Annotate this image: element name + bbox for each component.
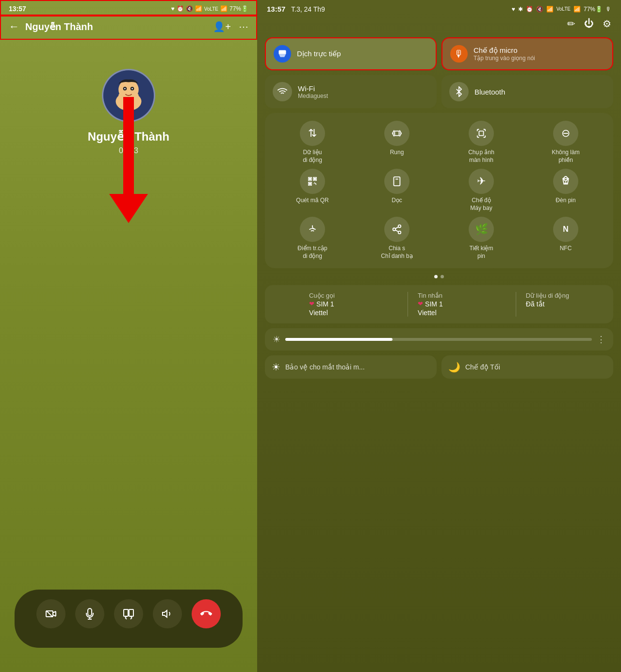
rotation-label: Dọc <box>392 197 402 205</box>
eye-care-tile[interactable]: ☀ Bảo vệ cho mắt thoải m... <box>265 355 437 379</box>
flashlight-label: Đèn pin <box>556 197 575 205</box>
r-signal2-icon: 📶 <box>573 6 581 13</box>
battery-saver-label: Tiết kiệmpin <box>470 245 493 260</box>
right-status-bar: 13:57 T.3, 24 Th9 ♥ ✱ ⏰ 🔇 📶 VoLTE 📶 77%🔋… <box>257 0 621 16</box>
vibrate-label: Rung <box>390 149 404 157</box>
micro-mode-icon: 🎙 <box>450 45 468 63</box>
bluetooth-tile[interactable]: Bluetooth <box>441 75 613 108</box>
volte-icon: VoLTE <box>204 6 218 12</box>
share-icon <box>384 217 409 242</box>
arrow-shaft <box>123 97 134 194</box>
wifi-sublabel: Mediaguest <box>298 93 328 99</box>
r-volte-icon: VoLTE <box>556 6 571 12</box>
brightness-row: ☀ ⋮ <box>265 328 613 351</box>
dnd-label: Không làmphiền <box>552 149 579 164</box>
quick-settings-grid: Dịch trực tiếp 🎙 Chế độ micro Tập trung … <box>257 34 621 382</box>
wifi-icon-qs <box>273 82 292 101</box>
right-time: 13:57 <box>267 5 285 13</box>
svg-rect-20 <box>129 609 133 616</box>
settings-button[interactable]: ⚙ <box>603 18 611 30</box>
svg-rect-35 <box>314 178 316 180</box>
svg-rect-30 <box>479 131 483 135</box>
dark-mode-icon: 🌙 <box>448 361 460 373</box>
svg-point-49 <box>398 225 401 228</box>
svg-line-22 <box>125 618 127 619</box>
r-battery-icon: 77%🔋 <box>584 6 603 13</box>
live-translate-tile[interactable]: Dịch trực tiếp <box>265 37 437 70</box>
speaker-button[interactable] <box>153 599 182 628</box>
brightness-icon: ☀ <box>273 334 280 345</box>
bottom-tiles-row: ☀ Bảo vệ cho mắt thoải m... 🌙 Chế độ Tối <box>265 355 613 379</box>
micro-mode-sublabel: Tập trung vào giọng nói <box>474 55 535 62</box>
micro-mode-tile[interactable]: 🎙 Chế độ micro Tập trung vào giọng nói <box>441 37 613 70</box>
hotspot-icon <box>300 217 325 242</box>
bluetooth-icon <box>449 82 469 101</box>
r-heart-icon: ♥ <box>512 6 515 13</box>
dark-mode-tile[interactable]: 🌙 Chế độ Tối <box>441 355 613 379</box>
left-status-icons: ♥ ⏰ 🔇 📶 VoLTE 📶 77%🔋 <box>171 5 248 12</box>
right-date: T.3, 24 Th9 <box>291 5 325 13</box>
switch-button[interactable] <box>114 599 143 628</box>
live-translate-label: Dịch trực tiếp <box>297 49 341 58</box>
wifi-icon: 📶 <box>195 5 202 12</box>
r-signal-icon: 📶 <box>546 6 554 13</box>
nfc-icon: N <box>553 217 578 242</box>
video-button[interactable] <box>36 599 65 628</box>
heart-icon: ♥ <box>171 5 175 12</box>
wifi-tile[interactable]: Wi-Fi Mediaguest <box>265 75 437 108</box>
qr-toggle[interactable]: Quét mã QR <box>273 169 352 212</box>
brightness-more-button[interactable]: ⋮ <box>597 334 605 345</box>
flashlight-toggle[interactable]: Đèn pin <box>526 169 605 212</box>
sim-data-val: Đã tắt <box>526 300 545 308</box>
sim-data-label: Dữ liệu di động <box>526 292 569 299</box>
sim-data[interactable]: Dữ liệu di động Đã tắt <box>516 292 569 317</box>
call-controls <box>15 590 243 648</box>
end-call-button[interactable] <box>192 599 221 628</box>
dnd-toggle[interactable]: ⊖ Không làmphiền <box>526 121 605 164</box>
header-actions: 👤+ ⋯ <box>213 21 248 32</box>
airplane-toggle[interactable]: ✈ Chế độMáy bay <box>441 169 521 212</box>
r-mute-icon: 🔇 <box>536 6 543 13</box>
svg-rect-19 <box>124 609 128 616</box>
quick-toggles: ⇅ Dữ liệudi động Rung <box>265 113 613 268</box>
data-toggle[interactable]: ⇅ Dữ liệudi động <box>273 121 352 164</box>
nfc-toggle[interactable]: N NFC <box>526 217 605 260</box>
svg-rect-27 <box>394 131 399 135</box>
qr-label: Quét mã QR <box>296 197 328 205</box>
battery-saver-toggle[interactable]: 🌿 Tiết kiệmpin <box>441 217 521 260</box>
screenshot-icon <box>469 121 494 146</box>
qr-icon <box>300 169 325 194</box>
sim-calls[interactable]: Cuộc gọi ❤ SIM 1 Viettel <box>309 292 335 317</box>
add-contact-button[interactable]: 👤+ <box>213 21 231 32</box>
right-panel: 13:57 T.3, 24 Th9 ♥ ✱ ⏰ 🔇 📶 VoLTE 📶 77%🔋… <box>257 0 621 672</box>
brightness-fill <box>285 338 392 341</box>
screenshot-toggle[interactable]: Chụp ảnhmàn hình <box>441 121 521 164</box>
data-icon: ⇅ <box>300 121 325 146</box>
power-button[interactable]: ⏻ <box>584 18 594 30</box>
sim-msg-val: ❤ SIM 1 <box>418 300 443 308</box>
vibrate-icon <box>384 121 409 146</box>
more-options-button[interactable]: ⋯ <box>239 21 248 32</box>
airplane-icon: ✈ <box>469 169 494 194</box>
rotation-toggle[interactable]: Dọc <box>357 169 437 212</box>
qs-wifi-bt-row: Wi-Fi Mediaguest Bluetooth <box>265 75 613 108</box>
flashlight-icon <box>553 169 578 194</box>
sim-msg-network: Viettel <box>418 309 437 317</box>
sim-calls-network: Viettel <box>309 309 328 317</box>
back-button[interactable]: ← <box>9 20 19 33</box>
edit-button[interactable]: ✏ <box>567 18 575 30</box>
dot-1 <box>434 275 438 278</box>
micro-mode-label: Chế độ micro <box>474 46 535 55</box>
svg-point-7 <box>124 88 126 89</box>
mute-button[interactable] <box>75 599 104 628</box>
sim-messages[interactable]: Tin nhắn ❤ SIM 1 Viettel <box>408 292 443 317</box>
svg-rect-34 <box>310 178 311 180</box>
svg-line-24 <box>131 618 132 619</box>
share-toggle[interactable]: Chia sChỉ danh bạ <box>357 217 437 260</box>
brightness-slider[interactable] <box>285 338 592 341</box>
sim-heart-icon: ❤ <box>309 300 314 307</box>
vibrate-toggle[interactable]: Rung <box>357 121 437 164</box>
r-mic-icon: 🎙 <box>605 6 611 13</box>
left-panel: 13:57 ♥ ⏰ 🔇 📶 VoLTE 📶 77%🔋 ← Nguyễn Thàn… <box>0 0 257 672</box>
hotspot-toggle[interactable]: Điểm tr.cậpdi động <box>273 217 352 260</box>
